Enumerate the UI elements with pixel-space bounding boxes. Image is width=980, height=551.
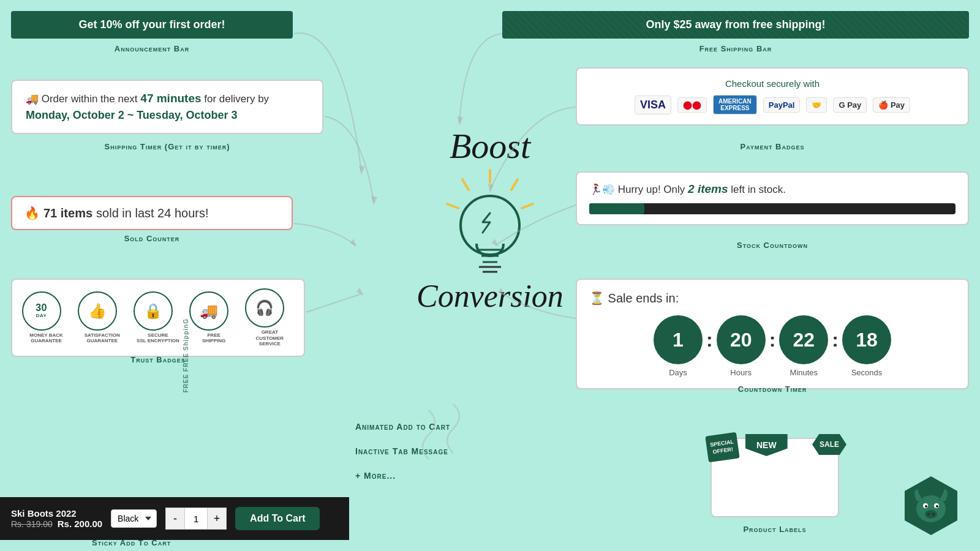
svg-line-1 [511, 179, 518, 190]
sale-label: SALE [812, 434, 846, 455]
free-shipping-bar-text: Only $25 away from free shipping! [646, 18, 825, 31]
trust-badge-moneyback: 30 DAY MONEY BACKGUARANTEE [22, 291, 71, 344]
mastercard-icon: ⬤⬤ [677, 97, 707, 113]
payment-badges-title: Checkout securely with [589, 78, 956, 89]
boost-title: Boost [355, 129, 625, 164]
ssl-label: SECURESSL ENCRYPTION [134, 332, 183, 344]
gpay-icon: G Pay [833, 97, 867, 113]
countdown-days: 1 [654, 315, 703, 364]
lock-icon: 🔒 [144, 304, 163, 318]
shipping-timer-line1: 🚚 Order within the next 47 minutes for d… [26, 92, 309, 105]
countdown-minutes-unit: 22 Minutes [779, 315, 828, 377]
sold-counter: 🔥 71 items sold in last 24 hours! [11, 196, 293, 230]
countdown-hours-unit: 20 Hours [717, 315, 766, 377]
service-label: GREATCUSTOMER SERVICE [245, 329, 294, 347]
svg-point-16 [936, 505, 938, 508]
thumbs-up-icon: 👍 [88, 304, 107, 318]
trust-badge-circle-shipping: 🚚 [189, 291, 228, 331]
animated-add-to-cart-label: Animated Add to Cart [355, 422, 450, 432]
sold-suffix: sold in last 24 hours! [96, 206, 208, 220]
trust-badges-label: Trust Badges [11, 355, 305, 364]
shipping-label: FREESHIPPING [189, 332, 238, 344]
svg-point-18 [927, 513, 930, 516]
trust-badges: 30 DAY MONEY BACKGUARANTEE 👍 SATISFACTIO… [11, 279, 305, 357]
countdown-seconds-label: Seconds [851, 368, 883, 377]
product-label-card: SPECIALOFFER! NEW SALE [710, 438, 839, 517]
product-labels-label: Product Labels [710, 525, 839, 534]
shipping-timer: 🚚 Order within the next 47 minutes for d… [11, 80, 323, 134]
announcement-bar-label: Announcement Bar [11, 44, 293, 53]
countdown-title: ⏳ Sale ends in: [589, 291, 956, 305]
sticky-cart-label: Sticky Add To Cart [92, 538, 171, 547]
trust-badge-circle-ssl: 🔒 [134, 291, 173, 331]
announcement-bar-text: Get 10% off your first order! [78, 18, 225, 31]
svg-point-15 [925, 505, 927, 508]
stock-text: 🏃‍♀️💨 Hurry up! Only 2 items left in sto… [589, 182, 956, 196]
shipping-timer-minutes: 47 minutes [140, 92, 201, 105]
countdown-timer-label: Countdown Timer [576, 384, 969, 394]
amex-icon: AMERICANEXPRESS [713, 95, 757, 114]
satisfaction-label: SATISFACTIONGUARANTEE [78, 332, 127, 344]
more-label: + More... [355, 471, 396, 481]
countdown-days-label: Days [669, 368, 687, 377]
color-select[interactable]: Black [111, 509, 157, 528]
trust-badge-ssl: 🔒 SECURESSL ENCRYPTION [134, 291, 183, 344]
countdown-hours: 20 [717, 315, 766, 364]
svg-point-5 [461, 196, 519, 255]
price-old: Rs. 319.00 [11, 519, 53, 529]
paypal-icon: PayPal [763, 97, 801, 113]
stock-countdown-label: Stock Countdown [576, 241, 969, 250]
free-shipping-bar-label: Free Shipping Bar [502, 44, 969, 53]
trust-badge-satisfaction: 👍 SATISFACTIONGUARANTEE [78, 291, 127, 344]
new-label: NEW [745, 434, 788, 456]
payment-badges-label: Payment Badges [576, 142, 969, 151]
add-to-cart-button[interactable]: Add To Cart [235, 507, 320, 530]
handshake-icon: 🤝 [806, 97, 827, 113]
headphones-icon: 🎧 [255, 301, 274, 315]
trust-badge-circle-moneyback: 30 DAY [22, 291, 61, 331]
shipping-timer-date: Monday, October 2 ~ Tuesday, October 3 [26, 109, 309, 122]
moneyback-num: 30 [36, 303, 47, 313]
svg-point-19 [932, 513, 935, 516]
special-offer-label: SPECIALOFFER! [705, 432, 740, 463]
moneyback-day: DAY [36, 313, 47, 318]
fire-icon: 🔥 [24, 206, 40, 220]
bull-logo [900, 475, 962, 539]
countdown-timer: ⏳ Sale ends in: 1 Days : 20 Hours : 22 M… [576, 279, 969, 389]
conversion-title: Conversion [355, 280, 625, 312]
stock-bar-background [589, 203, 956, 214]
free-shipping-bar: Only $25 away from free shipping! [502, 11, 969, 39]
stock-countdown: 🏃‍♀️💨 Hurry up! Only 2 items left in sto… [576, 171, 969, 225]
sticky-add-to-cart: Ski Boots 2022 Rs. 319.00 Rs. 200.00 Bla… [0, 497, 349, 540]
countdown-seconds: 18 [842, 315, 891, 364]
stock-suffix: left in stock. [731, 184, 786, 195]
payment-badges: Checkout securely with VISA ⬤⬤ AMERICANE… [576, 67, 969, 126]
quantity-value: 1 [185, 508, 207, 530]
lightbulb-icon [429, 164, 551, 287]
bull-icon [900, 475, 962, 536]
payment-icons-container: VISA ⬤⬤ AMERICANEXPRESS PayPal 🤝 G Pay 🍎… [589, 95, 956, 114]
free-shipping-vertical-text: FREE FREE ShippinG [183, 318, 189, 392]
quantity-decrease-button[interactable]: - [165, 508, 185, 530]
price-new: Rs. 200.00 [58, 519, 102, 529]
svg-point-17 [925, 510, 937, 519]
svg-line-4 [447, 204, 458, 208]
countdown-digits: 1 Days : 20 Hours : 22 Minutes : 18 Seco… [589, 315, 956, 377]
trust-badge-shipping: 🚚 FREESHIPPING [189, 291, 238, 344]
center-boost-area: Boost Conversion [355, 122, 625, 312]
quantity-increase-button[interactable]: + [207, 508, 227, 530]
countdown-sep-3: : [832, 329, 839, 351]
product-name: Ski Boots 2022 [11, 508, 102, 519]
svg-line-3 [462, 179, 469, 190]
sticky-cart-info: Ski Boots 2022 Rs. 319.00 Rs. 200.00 [11, 508, 102, 529]
truck-icon: 🚚 [200, 304, 219, 318]
trust-badge-circle-service: 🎧 [245, 288, 284, 328]
inactive-tab-message-label: Inactive Tab Message [355, 446, 448, 456]
applepay-icon: 🍎 Pay [873, 97, 910, 113]
countdown-minutes: 22 [779, 315, 828, 364]
countdown-seconds-unit: 18 Seconds [842, 315, 891, 377]
stock-items: 2 items [688, 182, 728, 195]
quantity-control: - 1 + [165, 508, 227, 530]
announcement-bar: Get 10% off your first order! [11, 11, 293, 39]
countdown-sep-1: : [706, 329, 713, 351]
